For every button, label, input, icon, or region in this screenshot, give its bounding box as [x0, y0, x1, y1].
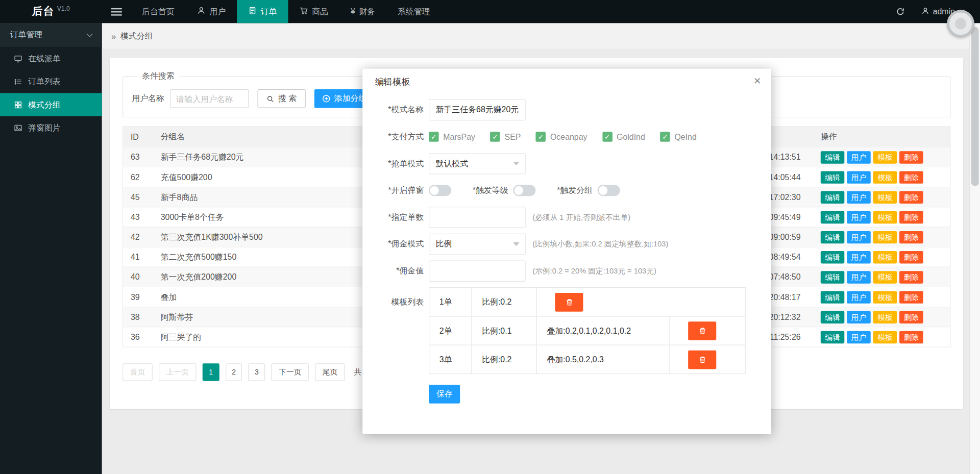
tab-orders[interactable]: 订单	[237, 0, 288, 23]
sidebar-item-order-list[interactable]: 订单列表	[0, 70, 102, 93]
user-button[interactable]: 用户	[847, 251, 871, 263]
edit-button[interactable]: 编辑	[821, 171, 845, 183]
group-toggle[interactable]	[598, 185, 620, 196]
commission-mode-select[interactable]: 比例	[429, 234, 526, 255]
commission-mode-row: *佣金模式 比例 (比例填小数,如果:0.2 固定填整数,如:103)	[362, 234, 758, 255]
edit-button[interactable]: 编辑	[821, 231, 845, 243]
grab-mode-select[interactable]: 默认模式	[429, 153, 526, 174]
template-actions	[670, 317, 745, 345]
delete-button[interactable]: 删除	[899, 151, 923, 163]
user-button[interactable]: 用户	[847, 231, 871, 243]
edit-button[interactable]: 编辑	[821, 271, 845, 283]
edit-button[interactable]: 编辑	[821, 311, 845, 323]
page-first[interactable]: 首页	[122, 363, 153, 381]
tab-goods[interactable]: 商品	[288, 0, 339, 23]
username-input[interactable]	[170, 89, 249, 108]
search-icon	[266, 94, 275, 103]
save-button[interactable]: 保存	[429, 385, 460, 404]
checkbox-checked-icon: ✓	[536, 132, 546, 142]
delete-template-button[interactable]	[688, 350, 716, 369]
refresh-icon[interactable]	[890, 7, 911, 16]
tab-goods-label: 商品	[312, 6, 328, 17]
delete-button[interactable]: 删除	[899, 331, 923, 343]
hamburger-icon[interactable]	[102, 0, 131, 23]
user-button[interactable]: 用户	[847, 311, 871, 323]
template-button[interactable]: 模板	[873, 211, 897, 223]
user-button[interactable]: 用户	[847, 331, 871, 343]
tab-users-label: 用户	[209, 6, 226, 17]
chevron-down-icon	[87, 31, 93, 37]
template-ratio: 比例:0.2	[472, 288, 536, 316]
checkbox-marspay[interactable]: ✓ MarsPay	[429, 132, 475, 142]
sidebar-item-online-dispatch[interactable]: 在线派单	[0, 47, 102, 70]
edit-button[interactable]: 编辑	[821, 211, 845, 223]
page-last[interactable]: 尾页	[315, 363, 345, 381]
popup-toggle[interactable]	[429, 185, 451, 196]
template-button[interactable]: 模板	[873, 151, 897, 163]
order-num-row: *指定单数 (必须从 1 开始,否则派不出单)	[362, 207, 758, 228]
tab-finance[interactable]: ¥ 财务	[339, 0, 386, 23]
mode-name-input[interactable]	[429, 99, 526, 121]
checkbox-checked-icon: ✓	[660, 132, 670, 142]
template-button[interactable]: 模板	[873, 331, 897, 343]
cell-id: 40	[123, 272, 160, 282]
delete-button[interactable]: 删除	[899, 271, 923, 283]
order-num-input[interactable]	[429, 207, 526, 228]
delete-button[interactable]: 删除	[899, 251, 923, 263]
checkbox-sep[interactable]: ✓ SEP	[490, 132, 521, 142]
edit-button[interactable]: 编辑	[821, 191, 845, 203]
checkbox-oceanpay[interactable]: ✓ Oceanpay	[536, 132, 587, 142]
template-button[interactable]: 模板	[873, 231, 897, 243]
delete-template-button[interactable]	[555, 292, 583, 311]
sidebar-item-popup-image[interactable]: 弹窗图片	[0, 116, 102, 139]
delete-button[interactable]: 删除	[899, 191, 923, 203]
template-button[interactable]: 模板	[873, 291, 897, 303]
sidebar-item-mode-group[interactable]: 模式分组	[0, 93, 102, 116]
delete-button[interactable]: 删除	[899, 171, 923, 183]
page-3[interactable]: 3	[249, 363, 265, 381]
page-2[interactable]: 2	[226, 363, 242, 381]
edit-button[interactable]: 编辑	[821, 291, 845, 303]
template-button[interactable]: 模板	[873, 171, 897, 183]
page-next[interactable]: 下一页	[272, 363, 309, 381]
tab-home[interactable]: 后台首页	[131, 0, 186, 23]
breadcrumb: » 模式分组	[102, 23, 970, 49]
delete-button[interactable]: 删除	[899, 291, 923, 303]
delete-button[interactable]: 删除	[899, 211, 923, 223]
brand-text: 后台	[32, 5, 55, 19]
page-prev[interactable]: 上一页	[159, 363, 196, 381]
user-button[interactable]: 用户	[847, 291, 871, 303]
search-button[interactable]: 搜 索	[257, 89, 305, 108]
template-button[interactable]: 模板	[873, 311, 897, 323]
edit-button[interactable]: 编辑	[821, 251, 845, 263]
checkbox-goldind[interactable]: ✓ GoldInd	[602, 132, 645, 142]
page-1[interactable]: 1	[203, 363, 219, 381]
level-toggle[interactable]	[513, 185, 535, 196]
scrollbar-thumb[interactable]	[971, 27, 979, 186]
template-button[interactable]: 模板	[873, 251, 897, 263]
delete-button[interactable]: 删除	[899, 231, 923, 243]
delete-button[interactable]: 删除	[899, 311, 923, 323]
user-button[interactable]: 用户	[847, 191, 871, 203]
image-icon	[14, 123, 22, 132]
edit-button[interactable]: 编辑	[821, 151, 845, 163]
floating-widget[interactable]	[947, 10, 974, 38]
cell-id: 41	[123, 252, 160, 261]
commission-value-input[interactable]	[429, 260, 526, 282]
user-button[interactable]: 用户	[847, 151, 871, 163]
user-button[interactable]: 用户	[847, 271, 871, 283]
checkbox-qeind[interactable]: ✓ QeInd	[660, 132, 697, 142]
user-button[interactable]: 用户	[847, 171, 871, 183]
close-icon[interactable]: ✕	[753, 76, 761, 87]
template-button[interactable]: 模板	[873, 191, 897, 203]
list-icon	[14, 77, 22, 86]
user-button[interactable]: 用户	[847, 211, 871, 223]
admin-user-icon	[921, 7, 929, 17]
template-button[interactable]: 模板	[873, 271, 897, 283]
tab-users[interactable]: 用户	[186, 0, 237, 23]
tab-system[interactable]: 系统管理	[386, 0, 442, 23]
edit-button[interactable]: 编辑	[821, 331, 845, 343]
delete-template-button[interactable]	[688, 321, 716, 340]
sidebar-group-order-mgmt[interactable]: 订单管理	[0, 23, 102, 47]
sidebar-item-label: 模式分组	[28, 99, 61, 110]
